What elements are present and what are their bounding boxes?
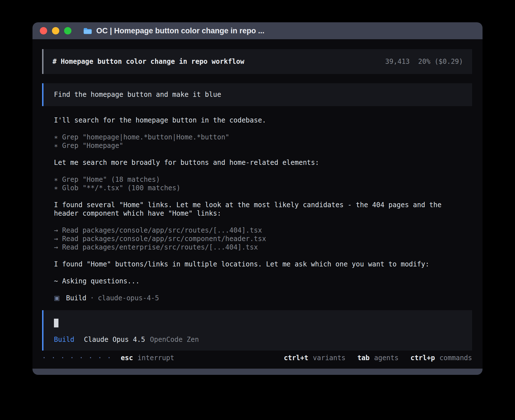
- shortcut-label: interrupt: [138, 354, 174, 362]
- agent-name: Build: [66, 294, 86, 302]
- conversation-line: Let me search more broadly for buttons a…: [54, 158, 472, 167]
- shortcut-key: tab: [357, 354, 370, 362]
- conversation-block: → Read packages/console/app/src/routes/[…: [54, 226, 472, 251]
- shortcut-label: commands: [439, 354, 472, 362]
- conversation-block: I found "Home" buttons/links in multiple…: [54, 260, 472, 268]
- conversation-line: ∗ Glob "**/*.tsx" (100 matches): [54, 184, 472, 192]
- shortcut-key: ctrl+p: [411, 354, 435, 362]
- conversation-line: → Read packages/console/app/src/routes/[…: [54, 226, 472, 235]
- shortcut-key: ctrl+t: [284, 354, 308, 362]
- agent-icon: ▣: [54, 294, 60, 302]
- context-usage: 20% ($0.29): [418, 58, 463, 65]
- provider-label: OpenCode Zen: [150, 335, 199, 344]
- conversation: I'll search for the homepage button in t…: [54, 116, 472, 294]
- conversation-block: ~ Asking questions...: [54, 277, 472, 285]
- shortcut-label: agents: [374, 354, 399, 362]
- user-message: Find the homepage button and make it blu…: [42, 83, 472, 106]
- session-stats: 39,413 20% ($0.29): [385, 58, 463, 65]
- spinner-dots: · · · · · · · ·: [42, 354, 112, 362]
- conversation-block: Let me search more broadly for buttons a…: [54, 158, 472, 167]
- text-cursor: [54, 319, 58, 327]
- shortcut-interrupt[interactable]: esc interrupt: [121, 354, 174, 362]
- close-button[interactable]: [40, 27, 47, 34]
- conversation-line: ∗ Grep "Home" (18 matches): [54, 175, 472, 184]
- session-title: # Homepage button color change in repo w…: [53, 58, 244, 65]
- titlebar[interactable]: OC | Homepage button color change in rep…: [32, 22, 483, 39]
- shortcut-label: variants: [313, 354, 346, 362]
- conversation-block: ∗ Grep "homepage|home.*button|Home.*butt…: [54, 133, 472, 150]
- prompt-input[interactable]: Build Claude Opus 4.5 OpenCode Zen: [42, 310, 472, 351]
- session-header: # Homepage button color change in repo w…: [42, 49, 472, 74]
- conversation-line: header component which have "Home" links…: [54, 209, 472, 218]
- shortcut-agents[interactable]: tabagents: [357, 354, 399, 362]
- shortcut-variants[interactable]: ctrl+tvariants: [284, 354, 345, 362]
- agent-status-line: ▣ Build · claude-opus-4-5: [54, 294, 472, 302]
- input-meta: Build Claude Opus 4.5 OpenCode Zen: [54, 335, 462, 344]
- conversation-line: ∗ Grep "homepage|home.*button|Home.*butt…: [54, 133, 472, 141]
- status-separator: ·: [90, 294, 94, 302]
- conversation-line: I found several "Home" links. Let me loo…: [54, 201, 472, 209]
- conversation-line: ~ Asking questions...: [54, 277, 472, 285]
- conversation-line: I found "Home" buttons/links in multiple…: [54, 260, 472, 268]
- model-selector[interactable]: Claude Opus 4.5: [84, 335, 145, 344]
- traffic-lights: [40, 27, 71, 34]
- folder-icon: [83, 27, 92, 34]
- titlebar-title-group: OC | Homepage button color change in rep…: [83, 27, 265, 35]
- user-message-text: Find the homepage button and make it blu…: [54, 91, 221, 99]
- zoom-button[interactable]: [64, 27, 71, 34]
- minimize-button[interactable]: [52, 27, 59, 34]
- conversation-line: I'll search for the homepage button in t…: [54, 116, 472, 124]
- token-count: 39,413: [385, 58, 410, 65]
- conversation-line: ∗ Grep "Homepage": [54, 141, 472, 150]
- footer-shortcuts: ctrl+tvariantstabagentsctrl+pcommands: [284, 354, 472, 362]
- terminal-content: # Homepage button color change in repo w…: [32, 39, 483, 369]
- conversation-block: I'll search for the homepage button in t…: [54, 116, 472, 124]
- conversation-line: → Read packages/console/app/src/componen…: [54, 235, 472, 243]
- conversation-block: I found several "Home" links. Let me loo…: [54, 201, 472, 218]
- status-bar: · · · · · · · · esc interrupt ctrl+tvari…: [42, 354, 472, 362]
- shortcut-commands[interactable]: ctrl+pcommands: [411, 354, 472, 362]
- shortcut-key: esc: [121, 354, 133, 362]
- agent-model: claude-opus-4-5: [98, 294, 159, 302]
- mode-selector[interactable]: Build: [54, 335, 74, 344]
- terminal-window: OC | Homepage button color change in rep…: [32, 22, 483, 375]
- window-title: OC | Homepage button color change in rep…: [96, 27, 265, 35]
- window-bottom-chrome: [32, 369, 483, 375]
- conversation-block: ∗ Grep "Home" (18 matches)∗ Glob "**/*.t…: [54, 175, 472, 192]
- conversation-line: → Read packages/enterprise/src/routes/[.…: [54, 243, 472, 251]
